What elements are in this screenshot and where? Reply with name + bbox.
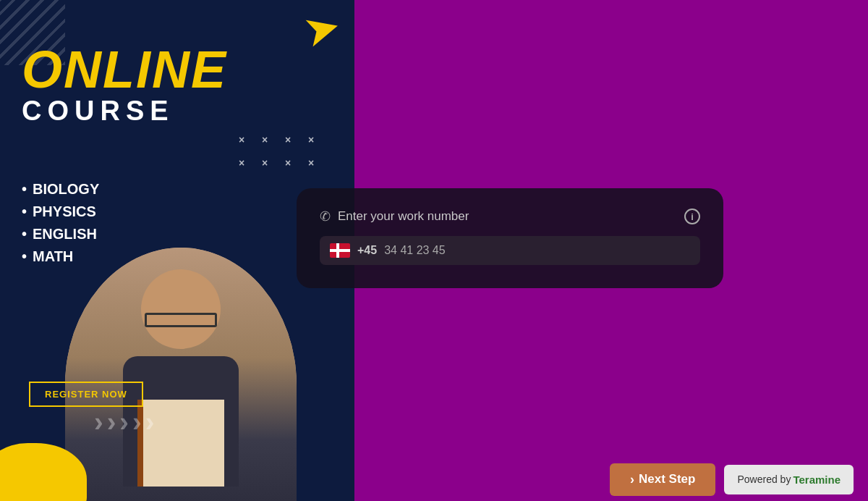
dot-x-2: × [262,134,275,147]
dot-x-7: × [285,157,298,170]
powered-by-brand: Teramine [793,473,841,486]
bottom-bar: › Next Step Powered by Teramine [354,458,868,501]
dot-x-3: × [285,134,298,147]
register-now-button[interactable]: REGISTER NOW [29,382,143,407]
denmark-flag [330,243,350,258]
next-step-label: Next Step [639,472,695,487]
dots-grid: × × × × × × × × [239,134,321,170]
subject-physics: PHYSICS [22,203,99,220]
powered-by-label: Powered by [737,473,791,485]
powered-by-badge: Powered by Teramine [724,465,854,494]
person-head [141,269,221,349]
subject-biology: BIOLOGY [22,181,99,198]
phone-number-input[interactable] [384,244,690,257]
phone-icon: ✆ [320,209,331,224]
dot-x-6: × [262,157,275,170]
chevron-3: › [119,408,129,436]
country-code: +45 [357,244,377,257]
chevron-2: › [107,408,116,436]
dot-x-5: × [239,157,252,170]
chevron-4: › [132,408,142,436]
title-online: ONLINE [22,43,227,96]
phone-label-row: ✆ Enter your work number i [320,209,700,224]
chevron-5: › [145,408,155,436]
person-glasses [145,313,217,327]
flag-cross-horizontal [330,249,350,252]
phone-label-left: ✆ Enter your work number [320,209,469,224]
right-panel: ✆ Enter your work number i +45 › Next St… [354,0,868,501]
title-course: COURSE [22,96,227,127]
flag-background [330,243,350,258]
dot-x-1: × [239,134,252,147]
portrait-circle [65,248,297,501]
arrow-decoration: ➤ [299,4,345,55]
flag-cross-vertical [336,243,339,258]
dot-x-4: × [308,134,321,147]
next-step-chevron-icon: › [630,472,634,487]
next-step-button[interactable]: › Next Step [610,463,715,496]
info-icon[interactable]: i [684,209,700,224]
dot-x-8: × [308,157,321,170]
phone-input-row[interactable]: +45 [320,236,700,265]
phone-label-text: Enter your work number [338,209,469,224]
phone-card: ✆ Enter your work number i +45 [297,188,723,288]
subject-english: ENGLISH [22,226,99,243]
chevrons-decoration: › › › › › [94,408,154,436]
title-block: ONLINE COURSE [22,43,227,127]
person-silhouette [65,248,297,501]
chevron-1: › [94,408,103,436]
